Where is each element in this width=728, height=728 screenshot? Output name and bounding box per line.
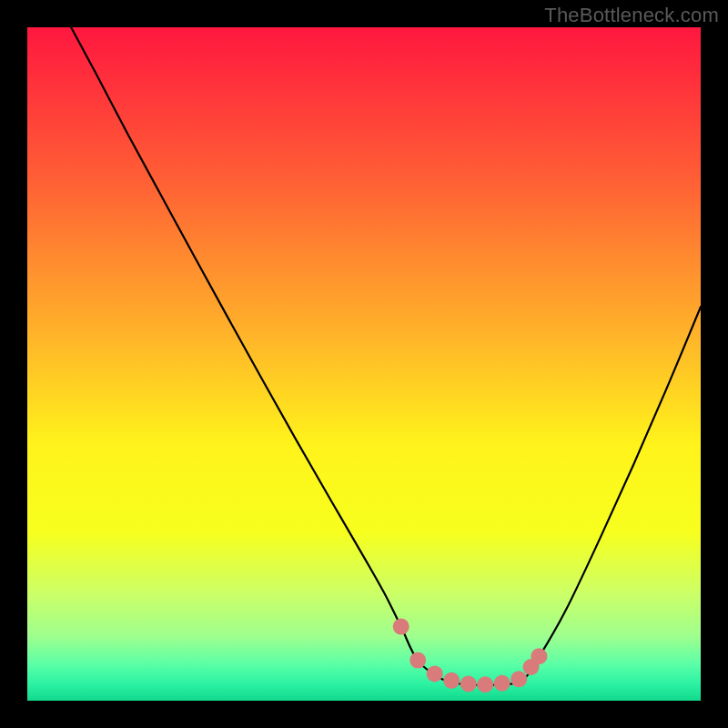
bottleneck-chart [0,0,728,728]
sweet-spot-dots-point [443,672,460,689]
sweet-spot-dots-point [410,652,426,669]
gradient-background [27,27,701,701]
sweet-spot-dots-point [477,676,493,693]
watermark-text: TheBottleneck.com [544,4,719,27]
sweet-spot-dots-point [460,676,477,693]
sweet-spot-dots-point [393,619,410,635]
sweet-spot-dots-point [511,671,527,687]
chart-frame: TheBottleneck.com [0,0,728,728]
sweet-spot-dots-point [427,665,443,682]
sweet-spot-dots-point [531,648,547,664]
sweet-spot-dots-point [494,675,511,692]
